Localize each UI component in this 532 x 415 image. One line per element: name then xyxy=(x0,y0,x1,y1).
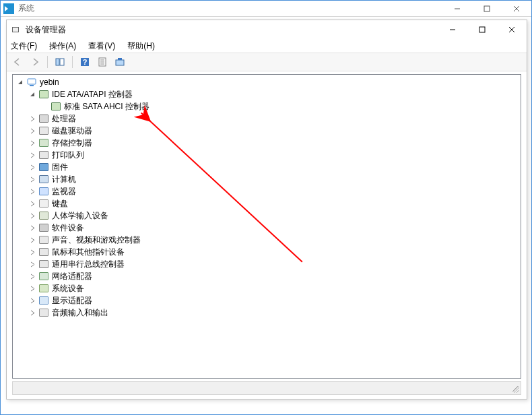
toolbar-show-hide-tree-button[interactable] xyxy=(52,55,68,69)
menu-view[interactable]: 查看(V) xyxy=(87,39,117,53)
device-category-icon xyxy=(38,198,49,209)
tree-root-label: yebin xyxy=(38,76,59,88)
svg-rect-5 xyxy=(479,27,485,32)
toolbar-separator xyxy=(47,56,48,68)
tree-category[interactable]: 键盘 xyxy=(13,197,521,210)
tree-category-label: 存储控制器 xyxy=(51,137,92,149)
controller-icon xyxy=(38,89,49,100)
svg-rect-17 xyxy=(118,58,122,60)
tree-category[interactable]: 存储控制器 xyxy=(13,137,521,149)
system-title-text: 系统 xyxy=(18,3,34,14)
toolbar-back-button[interactable] xyxy=(9,55,26,69)
tree-category[interactable]: 处理器 xyxy=(13,113,521,125)
outer-maximize-button[interactable] xyxy=(472,1,502,17)
expander-icon[interactable] xyxy=(28,140,37,146)
menu-help[interactable]: 帮助(H) xyxy=(126,39,156,53)
device-category-icon xyxy=(38,259,49,269)
tree-category-label: IDE ATA/ATAPI 控制器 xyxy=(51,88,133,100)
toolbar-forward-button[interactable] xyxy=(27,55,43,69)
expander-icon[interactable] xyxy=(28,189,37,195)
tree-category[interactable]: 计算机 xyxy=(13,173,521,185)
device-category-icon xyxy=(38,283,49,294)
toolbar-properties-button[interactable] xyxy=(94,55,110,69)
svg-marker-18 xyxy=(18,80,22,84)
tree-category[interactable]: 系统设备 xyxy=(13,282,521,294)
tree-category[interactable]: 监视器 xyxy=(13,185,521,197)
outer-minimize-button[interactable] xyxy=(442,1,472,17)
tree-category-ide[interactable]: IDE ATA/ATAPI 控制器 xyxy=(13,88,521,100)
toolbar-help-button[interactable]: ? xyxy=(77,55,93,69)
device-category-icon xyxy=(38,234,49,245)
tree-root-node[interactable]: yebin xyxy=(13,76,521,88)
device-tree[interactable]: yebin IDE ATA/ATAPI 控制器 标准 SATA AHCI 控制器 xyxy=(12,74,521,379)
toolbar-separator xyxy=(72,56,73,68)
tree-category-label: 网络适配器 xyxy=(51,270,92,282)
device-category-icon xyxy=(38,174,49,185)
tree-category-label: 打印队列 xyxy=(51,149,84,161)
computer-icon xyxy=(26,77,37,88)
device-category-icon xyxy=(38,295,49,306)
svg-rect-1 xyxy=(484,6,490,11)
tree-category[interactable]: 人体学输入设备 xyxy=(13,210,521,222)
device-category-icon xyxy=(38,137,49,148)
device-category-icon xyxy=(38,150,49,160)
tree-category[interactable]: 音频输入和输出 xyxy=(13,307,521,319)
tree-device-sata-ahci[interactable]: 标准 SATA AHCI 控制器 xyxy=(13,100,521,113)
expander-icon[interactable] xyxy=(28,213,37,219)
tree-category[interactable]: 打印队列 xyxy=(13,149,521,161)
tree-category[interactable]: 通用串行总线控制器 xyxy=(13,258,521,270)
expander-icon[interactable] xyxy=(28,261,37,267)
device-manager-title-text: 设备管理器 xyxy=(26,24,66,36)
tree-category[interactable]: 磁盘驱动器 xyxy=(13,125,521,137)
inner-maximize-button[interactable] xyxy=(467,20,497,39)
expander-icon[interactable] xyxy=(28,274,37,280)
tree-category-label: 固件 xyxy=(51,161,68,173)
tree-category[interactable]: 鼠标和其他指针设备 xyxy=(13,246,521,258)
expander-icon[interactable] xyxy=(28,177,37,183)
tree-category[interactable]: 声音、视频和游戏控制器 xyxy=(13,234,521,246)
expander-icon[interactable] xyxy=(28,92,37,98)
tree-category[interactable]: 网络适配器 xyxy=(13,270,521,282)
expander-icon[interactable] xyxy=(28,298,37,304)
tree-category-label: 音频输入和输出 xyxy=(51,307,108,319)
controller-icon xyxy=(51,101,61,112)
svg-rect-16 xyxy=(116,60,124,65)
expander-icon[interactable] xyxy=(28,128,37,134)
outer-close-button[interactable] xyxy=(502,1,531,17)
svg-rect-19 xyxy=(28,79,36,84)
svg-rect-8 xyxy=(56,59,59,65)
device-category-icon xyxy=(38,113,49,124)
inner-close-button[interactable] xyxy=(497,20,527,39)
expander-icon[interactable] xyxy=(15,79,25,86)
tree-device-label: 标准 SATA AHCI 控制器 xyxy=(63,100,149,113)
tree-category-label: 键盘 xyxy=(51,197,68,210)
tree-category[interactable]: 固件 xyxy=(13,161,521,173)
tree-category-label: 计算机 xyxy=(51,173,76,185)
expander-icon[interactable] xyxy=(28,164,37,170)
menu-file[interactable]: 文件(F) xyxy=(9,39,38,53)
expander-icon[interactable] xyxy=(28,310,37,316)
tree-category-label: 通用串行总线控制器 xyxy=(51,258,125,270)
expander-icon[interactable] xyxy=(28,237,37,243)
tree-category[interactable]: 显示适配器 xyxy=(13,294,521,307)
inner-minimize-button[interactable] xyxy=(438,20,467,39)
tree-category-label: 鼠标和其他指针设备 xyxy=(51,246,125,258)
expander-icon[interactable] xyxy=(28,201,37,207)
expander-icon[interactable] xyxy=(28,286,37,292)
expander-icon[interactable] xyxy=(28,249,37,255)
device-category-icon xyxy=(38,271,49,282)
menubar: 文件(F) 操作(A) 查看(V) 帮助(H) xyxy=(7,39,527,53)
toolbar: ? xyxy=(7,53,527,71)
expander-icon[interactable] xyxy=(28,152,37,158)
tree-category[interactable]: 软件设备 xyxy=(13,222,521,234)
device-category-icon xyxy=(38,222,49,233)
expander-icon[interactable] xyxy=(28,116,37,122)
tree-category-label: 声音、视频和游戏控制器 xyxy=(51,234,141,246)
expander-icon[interactable] xyxy=(28,225,37,231)
menu-action[interactable]: 操作(A) xyxy=(48,39,77,53)
system-titlebar[interactable]: 系统 xyxy=(1,1,531,17)
system-window: 系统 设备管理器 文件(F) 操作(A) 查看(V) 帮助(H) xyxy=(0,0,532,415)
device-manager-titlebar[interactable]: 设备管理器 xyxy=(7,20,527,39)
toolbar-scan-button[interactable] xyxy=(112,55,128,69)
device-manager-window: 设备管理器 文件(F) 操作(A) 查看(V) 帮助(H) xyxy=(6,20,527,400)
